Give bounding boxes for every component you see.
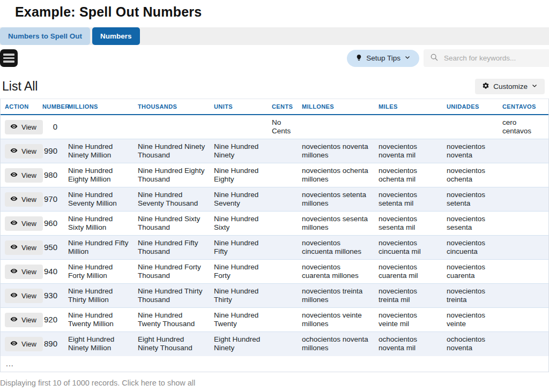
view-button[interactable]: View xyxy=(5,313,43,327)
col-millones[interactable]: MILLONES xyxy=(298,99,374,115)
cell-units: Nine Hundred Eighty xyxy=(210,163,268,187)
tab-numbers[interactable]: Numbers xyxy=(92,27,140,45)
view-label: View xyxy=(21,147,36,155)
col-unidades[interactable]: UNIDADES xyxy=(442,99,498,115)
cell-cents xyxy=(268,332,298,356)
cell-centavos xyxy=(498,308,548,332)
eye-icon xyxy=(10,219,18,228)
cell-cents xyxy=(268,187,298,212)
toolbar: Setup Tips xyxy=(0,49,549,67)
col-miles[interactable]: MILES xyxy=(374,99,442,115)
cell-centavos xyxy=(498,236,548,260)
view-button[interactable]: View xyxy=(5,240,43,255)
cell-units: Nine Hundred Twenty xyxy=(210,308,268,332)
cell-action: View xyxy=(1,236,38,260)
cell-thousands: Nine Hundred Eighty Thousand xyxy=(133,163,210,187)
cell-millones: novecientos noventa millones xyxy=(298,139,374,163)
cell-cents xyxy=(268,139,298,163)
table-body: View 0 No Cents cero centavos View 990 N… xyxy=(1,115,548,356)
record-count-text: Displaying first 10 of 1000 records. xyxy=(0,379,122,387)
cell-thousands xyxy=(133,115,210,139)
tab-numbers-to-spell-out[interactable]: Numbers to Spell Out xyxy=(0,27,90,45)
cell-millions: Eight Hundred Ninety Million xyxy=(64,332,133,356)
chevron-down-icon xyxy=(404,54,411,62)
cell-unidades: novecientos treinta xyxy=(442,284,498,308)
search-input[interactable] xyxy=(444,54,543,62)
table-row: View 990 Nine Hundred Ninety Million Nin… xyxy=(1,139,548,163)
cell-millones: ochocientos noventa millones xyxy=(298,332,374,356)
cell-centavos: cero centavos xyxy=(498,115,548,139)
cell-thousands: Eight Hundred Ninety Thousand xyxy=(133,332,210,356)
table-header-row: ACTION NUMBER MILLIONS THOUSANDS UNITS C… xyxy=(1,99,548,115)
cell-unidades: novecientos cuarenta xyxy=(442,260,498,284)
table-row: View 980 Nine Hundred Eighty Million Nin… xyxy=(1,163,548,187)
tab-label: Numbers xyxy=(100,32,132,40)
view-button[interactable]: View xyxy=(5,120,43,134)
cell-action: View xyxy=(1,332,38,356)
hamburger-menu-icon[interactable] xyxy=(0,49,18,67)
cell-millones: novecientos ochenta millones xyxy=(298,163,374,187)
cell-thousands: Nine Hundred Fifty Thousand xyxy=(133,236,210,260)
tab-strip: Numbers to Spell Out Numbers xyxy=(0,27,549,45)
col-action[interactable]: ACTION xyxy=(1,99,38,115)
records-table: ACTION NUMBER MILLIONS THOUSANDS UNITS C… xyxy=(0,99,549,372)
cell-action: View xyxy=(1,163,38,187)
view-button[interactable]: View xyxy=(5,144,43,159)
view-label: View xyxy=(21,195,36,203)
view-button[interactable]: View xyxy=(5,265,43,279)
cell-centavos xyxy=(498,187,548,212)
section-title: List All xyxy=(2,79,38,94)
col-centavos[interactable]: CENTAVOS xyxy=(498,99,548,115)
cell-units: Nine Hundred Forty xyxy=(210,260,268,284)
view-label: View xyxy=(21,171,36,179)
cell-unidades: novecientos ochenta xyxy=(442,163,498,187)
cell-centavos xyxy=(498,212,548,236)
cell-units: Nine Hundred Sixty xyxy=(210,212,268,236)
col-cents[interactable]: CENTS xyxy=(268,99,298,115)
table-row: View 930 Nine Hundred Thirty Million Nin… xyxy=(1,284,548,308)
cell-thousands: Nine Hundred Ninety Thousand xyxy=(133,139,210,163)
cell-unidades: novecientos noventa xyxy=(442,139,498,163)
view-button[interactable]: View xyxy=(5,192,43,207)
cell-unidades: ochocientos noventa xyxy=(442,332,498,356)
col-millions[interactable]: MILLIONS xyxy=(64,99,133,115)
cell-unidades: novecientos cincuenta xyxy=(442,236,498,260)
eye-icon xyxy=(10,171,18,180)
cell-action: View xyxy=(1,284,38,308)
eye-icon xyxy=(10,315,18,325)
eye-icon xyxy=(10,147,18,156)
eye-icon xyxy=(10,195,18,204)
cell-cents xyxy=(268,260,298,284)
cell-units: Nine Hundred Thirty xyxy=(210,284,268,308)
view-button[interactable]: View xyxy=(5,168,43,183)
cell-millones: novecientos sesenta millones xyxy=(298,212,374,236)
cell-millions: Nine Hundred Twenty Million xyxy=(64,308,133,332)
cell-millones: novecientos cuarenta millones xyxy=(298,260,374,284)
cell-millions: Nine Hundred Ninety Million xyxy=(64,139,133,163)
chevron-down-icon xyxy=(531,82,538,91)
table-row: View 960 Nine Hundred Sixty Million Nine… xyxy=(1,212,548,236)
cell-thousands: Nine Hundred Sixty Thousand xyxy=(133,212,210,236)
col-units[interactable]: UNITS xyxy=(210,99,268,115)
record-count-footer: Displaying first 10 of 1000 records. Cli… xyxy=(0,379,549,387)
cell-units: Eight Hundred Ninety xyxy=(210,332,268,356)
table-row: View 920 Nine Hundred Twenty Million Nin… xyxy=(1,308,548,332)
cell-action: View xyxy=(1,308,38,332)
cell-thousands: Nine Hundred Seventy Thousand xyxy=(133,187,210,212)
show-all-link[interactable]: Click here to show all xyxy=(122,379,195,387)
cell-millones: novecientos setenta millones xyxy=(298,187,374,212)
setup-tips-button[interactable]: Setup Tips xyxy=(347,50,419,67)
table-row: View 890 Eight Hundred Ninety Million Ei… xyxy=(1,332,548,356)
view-button[interactable]: View xyxy=(5,216,43,231)
cell-units: Nine Hundred Ninety xyxy=(210,139,268,163)
customize-button[interactable]: Customize xyxy=(475,79,545,94)
cell-millions: Nine Hundred Thirty Million xyxy=(64,284,133,308)
col-thousands[interactable]: THOUSANDS xyxy=(133,99,210,115)
col-number[interactable]: NUMBER xyxy=(38,99,64,115)
view-button[interactable]: View xyxy=(5,289,43,303)
table-row: View 940 Nine Hundred Forty Million Nine… xyxy=(1,260,548,284)
cell-thousands: Nine Hundred Forty Thousand xyxy=(133,260,210,284)
section-header: List All Customize xyxy=(2,79,545,94)
view-button[interactable]: View xyxy=(5,337,43,351)
cell-miles: novecientos cincuenta mil xyxy=(374,236,442,260)
